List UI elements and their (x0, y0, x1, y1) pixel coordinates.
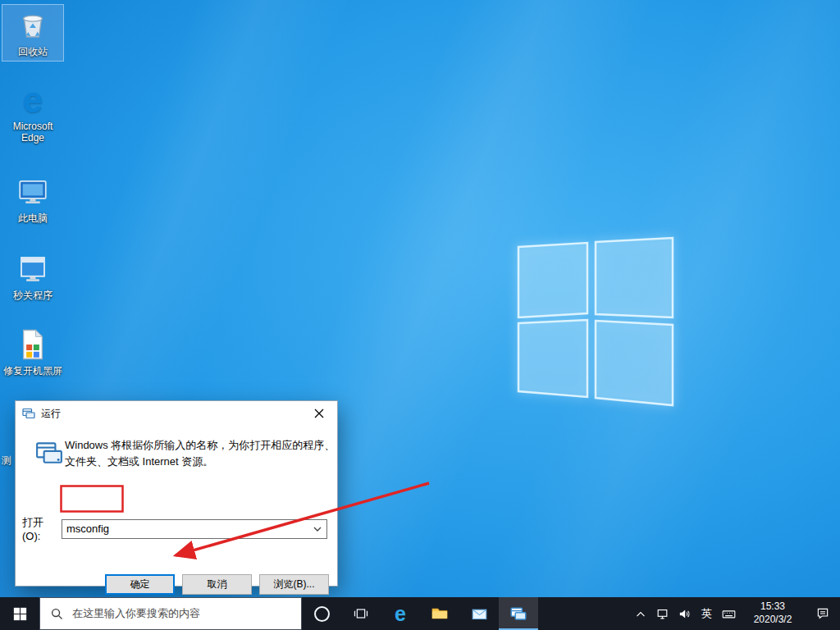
run-dialog-titlebar: 运行 (16, 401, 337, 426)
recycle-bin-icon (15, 7, 51, 43)
taskbar-file-explorer-button[interactable] (420, 597, 459, 630)
search-icon (50, 607, 64, 621)
desktop-icon-label: 此电脑 (18, 212, 48, 224)
taskbar-edge-button[interactable]: e (381, 597, 420, 630)
ethernet-icon (655, 607, 669, 621)
partial-desktop-icon-label: 测 (2, 454, 11, 468)
folder-icon (431, 605, 449, 623)
chevron-down-icon (313, 527, 322, 532)
desktop-icon-microsoft-edge[interactable]: e Microsoft Edge (2, 80, 64, 148)
task-view-button[interactable] (341, 597, 381, 630)
start-button[interactable] (0, 597, 39, 630)
document-cubes-icon (15, 326, 51, 363)
combobox-dropdown-button[interactable] (309, 521, 326, 537)
system-tray: 英 15:33 2020/3/2 (629, 597, 840, 630)
run-dialog-buttons: 确定 取消 浏览(B)... (16, 574, 339, 595)
clock[interactable]: 15:33 2020/3/2 (740, 597, 806, 630)
desktop-icon-label: 回收站 (18, 46, 48, 57)
run-icon (510, 605, 527, 622)
run-dialog: 运行 Windows 将根据你所输入的名称，为你打开相应的程序、文件夹、文档或 … (15, 400, 338, 587)
tray-overflow-button[interactable] (629, 597, 651, 630)
desktop-icon-fix-black-screen[interactable]: 修复开机黑屏 (2, 324, 64, 380)
run-dialog-body: Windows 将根据你所输入的名称，为你打开相应的程序、文件夹、文档或 Int… (16, 426, 337, 587)
taskbar: 在这里输入你要搜索的内容 e (0, 597, 840, 630)
close-icon (314, 409, 324, 418)
desktop-icon-label: 修复开机黑屏 (3, 365, 62, 377)
desktop-icon-label: Microsoft Edge (2, 121, 64, 144)
run-dialog-description: Windows 将根据你所输入的名称，为你打开相应的程序、文件夹、文档或 Int… (65, 437, 337, 469)
desktop-icon-quick-close-program[interactable]: 秒关程序 (2, 249, 64, 304)
mail-icon (471, 605, 488, 623)
close-button[interactable] (300, 402, 337, 426)
open-combobox[interactable] (62, 519, 327, 539)
cancel-button[interactable]: 取消 (182, 574, 252, 595)
chevron-up-icon (636, 610, 646, 618)
action-center-button[interactable] (806, 597, 840, 630)
run-dialog-title: 运行 (41, 407, 300, 421)
taskbar-search-box[interactable]: 在这里输入你要搜索的内容 (39, 597, 302, 630)
notification-icon (815, 606, 830, 621)
clock-time: 15:33 (760, 600, 785, 614)
run-icon-large (35, 439, 63, 467)
clock-date: 2020/3/2 (754, 614, 792, 627)
taskbar-mail-button[interactable] (459, 597, 499, 630)
cortana-icon (314, 606, 330, 622)
speaker-icon (678, 607, 692, 621)
touch-keyboard-button[interactable] (718, 597, 740, 630)
ime-indicator[interactable]: 英 (696, 597, 718, 630)
edge-icon: e (15, 82, 51, 118)
desktop-icon-this-pc[interactable]: 此电脑 (2, 171, 64, 227)
program-window-icon (15, 251, 51, 287)
cortana-button[interactable] (302, 597, 341, 630)
open-row: 打开(O): (22, 515, 327, 542)
task-view-icon (353, 605, 369, 622)
ok-button[interactable]: 确定 (105, 574, 175, 595)
search-placeholder: 在这里输入你要搜索的内容 (72, 606, 200, 621)
windows-start-icon (13, 607, 27, 621)
desktop-icon-recycle-bin[interactable]: 回收站 (2, 4, 64, 62)
open-label: 打开(O): (22, 515, 62, 542)
desktop: 回收站 e Microsoft Edge 此电脑 秒关程序 (0, 0, 840, 630)
taskbar-run-button[interactable] (499, 597, 538, 630)
computer-icon (15, 174, 51, 210)
edge-icon: e (395, 604, 406, 624)
keyboard-icon (721, 606, 737, 622)
run-icon (22, 407, 35, 420)
open-input[interactable] (62, 521, 305, 537)
browse-button[interactable]: 浏览(B)... (259, 574, 329, 595)
volume-status[interactable] (673, 597, 696, 630)
network-status[interactable] (651, 597, 673, 630)
desktop-icon-label: 秒关程序 (13, 290, 52, 301)
